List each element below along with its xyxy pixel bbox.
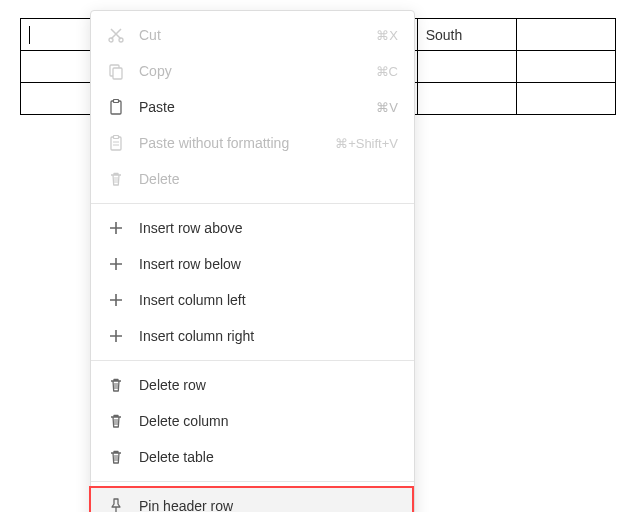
menu-item-label: Insert row below bbox=[139, 256, 398, 272]
table-cell[interactable] bbox=[516, 51, 615, 83]
paste-icon bbox=[107, 98, 125, 116]
table-cell[interactable] bbox=[516, 19, 615, 51]
menu-item-delete-column[interactable]: Delete column bbox=[91, 403, 414, 439]
menu-item-paste-plain: Paste without formatting⌘+Shift+V bbox=[91, 125, 414, 161]
menu-separator bbox=[91, 360, 414, 361]
menu-item-shortcut: ⌘V bbox=[376, 100, 398, 115]
menu-item-label: Delete table bbox=[139, 449, 398, 465]
plus-icon bbox=[107, 327, 125, 345]
plus-icon bbox=[107, 291, 125, 309]
pin-icon bbox=[107, 497, 125, 512]
menu-item-shortcut: ⌘X bbox=[376, 28, 398, 43]
menu-item-label: Pin header row bbox=[139, 498, 398, 512]
plus-icon bbox=[107, 255, 125, 273]
cut-icon bbox=[107, 26, 125, 44]
menu-item-delete: Delete bbox=[91, 161, 414, 197]
menu-item-label: Cut bbox=[139, 27, 368, 43]
trash-icon bbox=[107, 448, 125, 466]
trash-icon bbox=[107, 376, 125, 394]
copy-icon bbox=[107, 62, 125, 80]
table-cell[interactable] bbox=[417, 51, 516, 83]
menu-item-label: Insert column right bbox=[139, 328, 398, 344]
menu-item-pin-header-row[interactable]: Pin header row bbox=[91, 488, 414, 512]
menu-item-label: Insert column left bbox=[139, 292, 398, 308]
menu-item-insert-row-above[interactable]: Insert row above bbox=[91, 210, 414, 246]
menu-item-label: Delete bbox=[139, 171, 398, 187]
menu-item-label: Insert row above bbox=[139, 220, 398, 236]
menu-item-cut: Cut⌘X bbox=[91, 17, 414, 53]
menu-item-label: Delete column bbox=[139, 413, 398, 429]
menu-item-shortcut: ⌘+Shift+V bbox=[335, 136, 398, 151]
menu-item-copy: Copy⌘C bbox=[91, 53, 414, 89]
table-cell[interactable]: South bbox=[417, 19, 516, 51]
table-cell[interactable] bbox=[516, 83, 615, 115]
context-menu: Cut⌘XCopy⌘CPaste⌘VPaste without formatti… bbox=[90, 10, 415, 512]
menu-item-paste[interactable]: Paste⌘V bbox=[91, 89, 414, 125]
menu-separator bbox=[91, 203, 414, 204]
menu-item-insert-row-below[interactable]: Insert row below bbox=[91, 246, 414, 282]
menu-separator bbox=[91, 481, 414, 482]
table-cell[interactable] bbox=[417, 83, 516, 115]
plus-icon bbox=[107, 219, 125, 237]
menu-item-shortcut: ⌘C bbox=[376, 64, 398, 79]
trash-icon bbox=[107, 412, 125, 430]
menu-item-label: Copy bbox=[139, 63, 368, 79]
menu-item-insert-col-left[interactable]: Insert column left bbox=[91, 282, 414, 318]
paste-plain-icon bbox=[107, 134, 125, 152]
trash-icon bbox=[107, 170, 125, 188]
menu-item-delete-row[interactable]: Delete row bbox=[91, 367, 414, 403]
menu-item-label: Delete row bbox=[139, 377, 398, 393]
text-cursor bbox=[29, 26, 30, 44]
menu-item-label: Paste without formatting bbox=[139, 135, 327, 151]
menu-item-insert-col-right[interactable]: Insert column right bbox=[91, 318, 414, 354]
menu-item-label: Paste bbox=[139, 99, 368, 115]
menu-item-delete-table[interactable]: Delete table bbox=[91, 439, 414, 475]
